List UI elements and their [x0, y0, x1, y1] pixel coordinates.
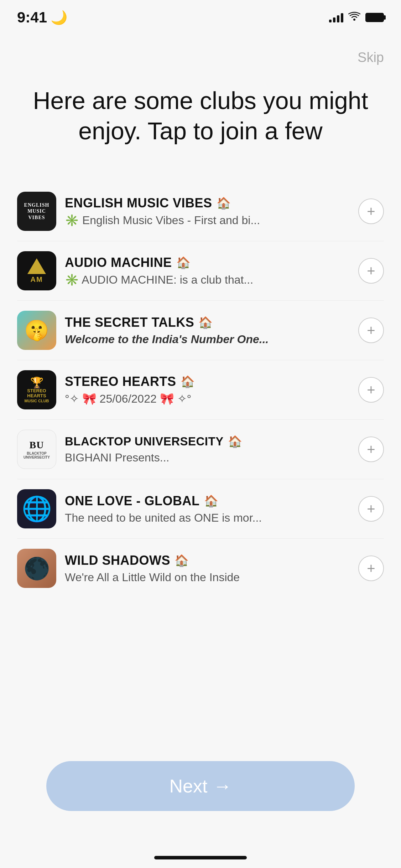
club-name-am: AUDIO MACHINE — [65, 255, 172, 270]
club-name-emv: ENGLISH MUSIC VIBES — [65, 196, 212, 211]
club-desc-olg: The need to be united as ONE is mor... — [65, 511, 350, 525]
club-item-emv: ENGLISH MUSIC VIBES ENGLISH MUSIC VIBES … — [17, 182, 384, 241]
join-button-emv[interactable]: + — [358, 198, 384, 224]
club-item-sh: 🏆 STEREOHEARTS MUSIC CLUB STEREO HEARTS … — [17, 360, 384, 420]
join-button-am[interactable]: + — [358, 258, 384, 284]
next-button-arrow: → — [213, 775, 231, 797]
join-button-ws[interactable]: + — [358, 556, 384, 581]
club-name-ws: WILD SHADOWS — [65, 553, 170, 568]
club-avatar-ws[interactable]: 🌑 — [17, 549, 56, 588]
club-item-tst: 🤫 THE SECRET TALKS 🏠 Welcome to the Indi… — [17, 301, 384, 360]
club-avatar-am[interactable]: AM — [17, 251, 56, 290]
club-item-ws: 🌑 WILD SHADOWS 🏠 We're All a Little Wild… — [17, 539, 384, 598]
home-icon-emv: 🏠 — [217, 196, 231, 210]
club-avatar-emv[interactable]: ENGLISH MUSIC VIBES — [17, 192, 56, 231]
header-title: Here are some clubs you might enjoy. Tap… — [28, 86, 373, 146]
join-button-bu[interactable]: + — [358, 436, 384, 462]
status-bar: 9:41 🌙 — [0, 0, 401, 29]
next-button[interactable]: Next → — [46, 761, 355, 811]
battery-icon — [365, 13, 384, 22]
club-avatar-bu[interactable]: BU BLACKTOPUNIVERSECITY — [17, 430, 56, 469]
next-button-container: Next → — [0, 761, 401, 811]
club-info-emv: ENGLISH MUSIC VIBES 🏠 ✳️ English Music V… — [65, 196, 350, 227]
club-info-sh: STEREO HEARTS 🏠 °✧ 🎀 25/06/2022 🎀 ✧° — [65, 374, 350, 405]
next-button-label: Next — [170, 775, 208, 797]
home-icon-sh: 🏠 — [181, 375, 195, 388]
club-desc-sh: °✧ 🎀 25/06/2022 🎀 ✧° — [65, 392, 350, 405]
club-avatar-sh[interactable]: 🏆 STEREOHEARTS MUSIC CLUB — [17, 370, 56, 409]
club-info-tst: THE SECRET TALKS 🏠 Welcome to the India'… — [65, 315, 350, 346]
svg-point-0 — [353, 19, 355, 21]
status-icons — [329, 11, 384, 24]
club-name-olg: ONE LOVE - GLOBAL — [65, 494, 200, 508]
club-list: ENGLISH MUSIC VIBES ENGLISH MUSIC VIBES … — [0, 175, 401, 605]
club-avatar-olg[interactable]: 🌐 — [17, 489, 56, 528]
club-desc-emv: ✳️ English Music Vibes - First and bi... — [65, 213, 350, 227]
signal-icon — [329, 12, 343, 22]
club-info-bu: BLACKTOP UNIVERSECITY 🏠 BIGHANI Presents… — [65, 435, 350, 464]
club-item-bu: BU BLACKTOPUNIVERSECITY BLACKTOP UNIVERS… — [17, 420, 384, 479]
club-item-olg: 🌐 ONE LOVE - GLOBAL 🏠 The need to be uni… — [17, 479, 384, 539]
club-desc-tst: Welcome to the India's Number One... — [65, 333, 350, 346]
club-name-sh: STEREO HEARTS — [65, 374, 176, 389]
join-button-tst[interactable]: + — [358, 317, 384, 343]
status-time: 9:41 — [17, 9, 47, 26]
home-icon-tst: 🏠 — [198, 316, 213, 329]
home-icon-am: 🏠 — [176, 256, 191, 269]
club-name-bu: BLACKTOP UNIVERSECITY — [65, 435, 224, 448]
skip-button[interactable]: Skip — [358, 50, 384, 65]
home-icon-bu: 🏠 — [228, 435, 242, 448]
club-name-tst: THE SECRET TALKS — [65, 315, 194, 330]
wifi-icon — [348, 11, 360, 24]
club-info-olg: ONE LOVE - GLOBAL 🏠 The need to be unite… — [65, 494, 350, 525]
club-item-am: AM AUDIO MACHINE 🏠 ✳️ AUDIO MACHINE: is … — [17, 241, 384, 301]
home-indicator — [154, 856, 247, 859]
join-button-olg[interactable]: + — [358, 496, 384, 522]
club-info-am: AUDIO MACHINE 🏠 ✳️ AUDIO MACHINE: is a c… — [65, 255, 350, 286]
club-info-ws: WILD SHADOWS 🏠 We're All a Little Wild o… — [65, 553, 350, 584]
home-icon-olg: 🏠 — [204, 494, 218, 508]
header-section: Here are some clubs you might enjoy. Tap… — [0, 29, 401, 175]
club-avatar-tst[interactable]: 🤫 — [17, 311, 56, 350]
moon-icon: 🌙 — [51, 10, 67, 25]
club-desc-am: ✳️ AUDIO MACHINE: is a club that... — [65, 273, 350, 286]
club-desc-bu: BIGHANI Presents... — [65, 451, 350, 464]
club-desc-ws: We're All a Little Wild on the Inside — [65, 571, 350, 584]
join-button-sh[interactable]: + — [358, 377, 384, 403]
home-icon-ws: 🏠 — [175, 554, 189, 567]
